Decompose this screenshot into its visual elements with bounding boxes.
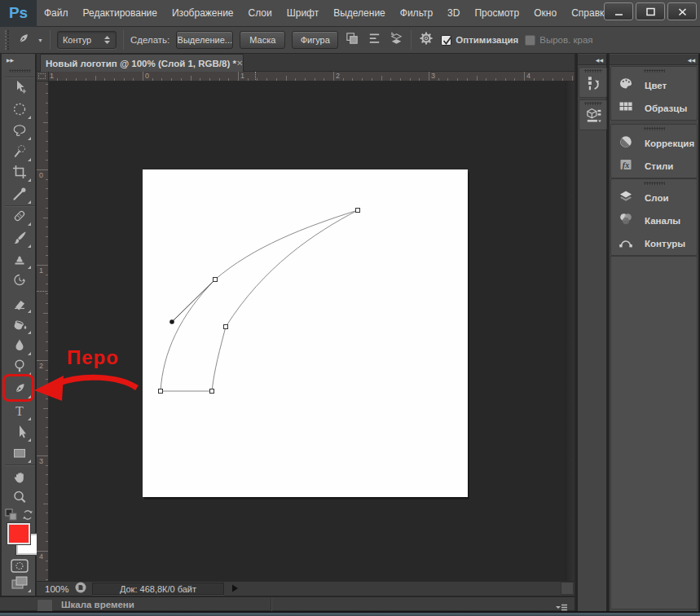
status-menu-arrow[interactable] (231, 582, 239, 596)
tab-close-icon[interactable]: ✕ (236, 59, 243, 68)
timeline-bar[interactable]: Шкала времени (0, 596, 575, 611)
hand-tool[interactable] (9, 468, 30, 487)
align-icon[interactable] (367, 31, 382, 50)
marquee-tool[interactable] (9, 99, 30, 119)
rectangle-tool[interactable] (9, 443, 30, 463)
path-mode-select[interactable]: Контур (57, 31, 117, 49)
document-window: Новый логотип @ 100% (Слой 1, RGB/8) * ✕… (37, 54, 575, 596)
color-swatches (7, 523, 40, 559)
maximize-button[interactable] (636, 2, 665, 20)
menu-item-4[interactable]: Слои (241, 7, 280, 19)
eyedropper-tool[interactable] (9, 184, 30, 204)
menu-item-5[interactable]: Шрифт (280, 7, 326, 19)
close-button[interactable] (667, 2, 697, 20)
optimize-label: Оптимизация (456, 35, 518, 45)
pen-icon[interactable] (15, 31, 31, 50)
window-bottom-edge (0, 611, 700, 616)
blur-tool[interactable] (9, 336, 30, 355)
ruler-origin[interactable] (37, 72, 49, 81)
panel-button-слои[interactable]: Слои (611, 187, 697, 209)
foreground-color-swatch[interactable] (7, 523, 30, 544)
screen-mode-button[interactable] (9, 573, 30, 592)
document-tab[interactable]: Новый логотип @ 100% (Слой 1, RGB/8) * ✕ (40, 54, 244, 72)
quick-select-tool[interactable] (9, 142, 30, 161)
zoom-level[interactable]: 100% (45, 584, 74, 594)
vertical-scrollbar[interactable] (566, 81, 575, 581)
swap-colors-icon[interactable] (4, 508, 37, 522)
stamp-tool[interactable] (9, 249, 30, 269)
panel-buttons-column: ◀◀ ЦветОбразцыКоррекцияfxСтилиСлоиКаналы… (610, 54, 700, 611)
panel-button-образцы[interactable]: Образцы (611, 97, 697, 120)
vertical-ruler: 01234 (37, 81, 49, 581)
channels-icon (618, 211, 634, 231)
healing-tool[interactable] (9, 206, 30, 226)
adjustments-icon (618, 134, 634, 153)
document-info[interactable]: Док: 468,8К/0 байт (92, 583, 224, 595)
mask-button[interactable]: Маска (240, 31, 285, 49)
window-controls (604, 2, 697, 20)
combine-shapes-icon[interactable] (345, 31, 360, 50)
menu-item-8[interactable]: 3D (440, 7, 467, 19)
menu-item-1[interactable]: Файл (37, 7, 76, 19)
optimize-checkbox[interactable] (441, 35, 451, 46)
brush-tool[interactable] (9, 228, 30, 248)
cube-3d-icon (579, 106, 606, 125)
panel-label: Каналы (645, 216, 680, 226)
minimize-button[interactable] (604, 2, 633, 20)
arrange-icon[interactable] (389, 31, 404, 50)
status-icon[interactable] (74, 581, 87, 597)
timeline-thumb[interactable] (37, 599, 53, 612)
menu-item-9[interactable]: Просмотр (467, 7, 526, 19)
panel-button-коррекция[interactable]: Коррекция (611, 132, 697, 155)
canvas-area[interactable] (49, 81, 575, 581)
collapsed-panels-column: ◀◀ (576, 54, 608, 611)
empty-panel-area (610, 256, 698, 609)
timeline-label: Шкала времени (61, 600, 134, 609)
tool-preset-arrow[interactable]: ▼ (37, 37, 43, 43)
document-canvas[interactable] (143, 169, 468, 497)
type-tool[interactable]: T (9, 401, 30, 420)
dodge-tool[interactable] (9, 356, 30, 376)
collapsed-panel-cube-3d[interactable] (579, 99, 607, 130)
horizontal-ruler: 101234 (49, 72, 575, 81)
selection-button[interactable]: Выделение... (176, 31, 233, 49)
align-edges-label: Выров. края (539, 35, 592, 45)
move-tool[interactable] (9, 77, 30, 97)
menu-item-7[interactable]: Фильтр (393, 7, 440, 19)
panel-group-3: СлоиКаналыКонтуры (610, 178, 698, 256)
photoshop-logo: Ps (0, 0, 37, 27)
panel-button-контуры[interactable]: Контуры (611, 232, 697, 255)
panel-button-каналы[interactable]: Каналы (611, 209, 697, 232)
collapse-toolbar-icon[interactable]: ▶▶ (7, 57, 14, 63)
panel-button-стили[interactable]: fxСтили (611, 155, 697, 178)
collapsed-panel-history[interactable] (579, 67, 607, 98)
tab-bar: Новый логотип @ 100% (Слой 1, RGB/8) * ✕ (37, 54, 575, 72)
menu-item-2[interactable]: Редактирование (76, 7, 165, 19)
panel-label: Стили (645, 161, 673, 171)
svg-text:fx: fx (623, 161, 629, 169)
options-grip[interactable] (5, 30, 9, 50)
collapse-column-header[interactable]: ◀◀ (578, 55, 606, 65)
crop-tool[interactable] (9, 162, 30, 182)
panel-group-2: КоррекцияfxСтили (610, 124, 698, 178)
panel-button-цвет[interactable]: Цвет (611, 74, 697, 97)
zoom-tool[interactable] (9, 487, 30, 507)
annotation-text: Перо (67, 346, 119, 369)
eraser-tool[interactable] (9, 293, 30, 313)
pen-path (143, 169, 468, 497)
panel-label: Коррекция (645, 139, 694, 148)
menu-item-10[interactable]: Окно (526, 7, 564, 19)
shape-button[interactable]: Фигура (292, 31, 338, 49)
history-brush-tool[interactable] (9, 271, 30, 291)
color-icon (618, 76, 634, 95)
lasso-tool[interactable] (9, 121, 30, 140)
scroll-corner (561, 582, 574, 595)
menu-item-3[interactable]: Изображение (165, 7, 241, 19)
menu-item-6[interactable]: Выделение (326, 7, 393, 19)
gear-icon[interactable] (418, 30, 434, 50)
status-bar: 100% Док: 468,8К/0 байт (37, 581, 575, 596)
panel-label: Образцы (645, 103, 687, 113)
gradient-tool[interactable] (9, 315, 30, 334)
path-select-tool[interactable] (9, 422, 30, 442)
collapse-panels-header[interactable]: ◀◀ (610, 55, 698, 65)
